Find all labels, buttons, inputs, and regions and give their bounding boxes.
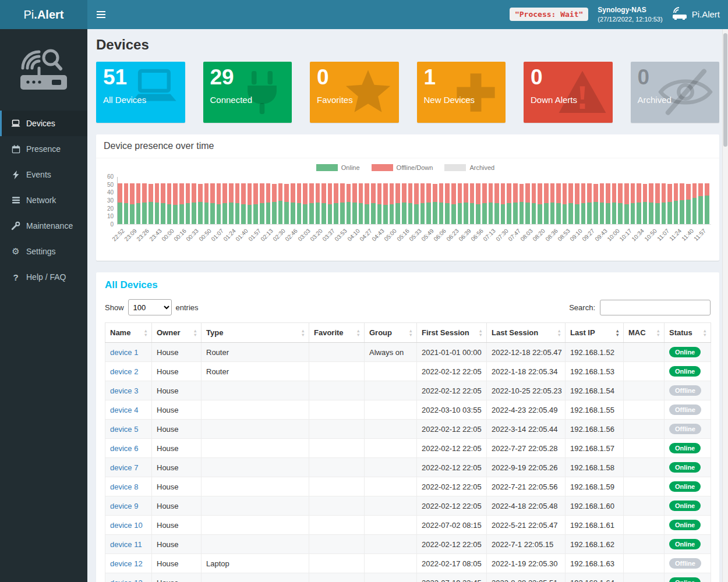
box-label: Favorites [310, 90, 399, 105]
bar-offline-segment [284, 184, 289, 202]
bar-online-segment [204, 203, 209, 224]
sidebar-item-help[interactable]: ? Help / FAQ [0, 264, 87, 290]
bar-offline-segment [347, 184, 351, 202]
bar-online-segment [309, 203, 314, 224]
table-cell-favorite [309, 554, 365, 573]
device-link[interactable]: device 10 [110, 521, 143, 530]
wrench-icon [10, 221, 21, 230]
table-cell-status: Online [665, 362, 711, 381]
column-header-group[interactable]: Group▲▼ [365, 323, 417, 343]
bar-offline-segment [248, 183, 252, 205]
chart-bar [525, 183, 530, 224]
table-cell-first-session: 2022-02-12 22:05 [417, 381, 487, 400]
column-header-status[interactable]: Status▲▼ [665, 323, 711, 343]
device-link[interactable]: device 4 [110, 406, 138, 414]
sidebar-item-maintenance[interactable]: Maintenance [0, 213, 87, 239]
device-link[interactable]: device 9 [110, 502, 138, 510]
column-header-favorite[interactable]: Favorite▲▼ [309, 323, 365, 343]
device-link[interactable]: device 1 [110, 348, 138, 357]
column-header-label: Favorite [314, 328, 344, 337]
device-link[interactable]: device 7 [110, 463, 138, 472]
device-link[interactable]: device 5 [110, 425, 138, 434]
column-header-mac[interactable]: MAC▲▼ [624, 323, 665, 343]
bar-online-segment [445, 203, 450, 224]
router-logo [0, 29, 87, 111]
sidebar-item-network[interactable]: Network [0, 187, 87, 213]
legend-item[interactable]: Archived [444, 164, 494, 171]
bar-offline-segment [266, 183, 271, 203]
bar-online-segment [426, 203, 431, 224]
sort-icon: ▲▼ [356, 328, 361, 336]
column-header-label: MAC [628, 328, 646, 337]
bar-offline-segment [229, 183, 234, 203]
presence-chart-panel: Device presence over time OnlineOffline/… [96, 134, 719, 261]
bar-offline-segment [458, 183, 462, 203]
bar-online-segment [674, 201, 678, 224]
chart-y-axis: 0102030405060 [100, 177, 117, 225]
bar-online-segment [563, 204, 567, 224]
sidebar-item-label: Settings [26, 247, 56, 256]
table-cell-status: Online [665, 496, 711, 516]
legend-item[interactable]: Offline/Down [372, 164, 433, 171]
device-link[interactable]: device 11 [110, 540, 142, 549]
laptop-icon [10, 119, 21, 127]
bar-online-segment [637, 203, 641, 224]
scrollbar[interactable] [722, 29, 728, 582]
bar-offline-segment [241, 183, 246, 204]
search-label: Search: [569, 303, 595, 312]
search-input[interactable] [600, 300, 711, 315]
bar-offline-segment [606, 183, 610, 203]
bar-offline-segment [297, 183, 302, 203]
sidebar-item-presence[interactable]: Presence [0, 136, 87, 162]
table-cell-favorite [309, 400, 365, 420]
device-link[interactable]: device 2 [110, 367, 138, 376]
column-header-type[interactable]: Type▲▼ [202, 323, 309, 343]
info-box-new-devices[interactable]: 1 New Devices [417, 62, 506, 123]
scrollbar-thumb[interactable] [723, 33, 727, 147]
info-box-archived[interactable]: 0 Archived [631, 62, 720, 123]
bar-offline-segment [278, 183, 283, 201]
app-logo[interactable]: Pi.Alert [0, 0, 87, 29]
table-cell-type: Laptop [202, 554, 309, 573]
brand-link[interactable]: Pi.Alert [672, 6, 720, 22]
sidebar-item-devices[interactable]: Devices [0, 111, 87, 136]
hamburger-icon[interactable] [87, 0, 114, 29]
bar-offline-segment [210, 183, 215, 203]
bar-offline-segment [130, 183, 135, 204]
bar-offline-segment [272, 184, 277, 202]
column-header-last-ip[interactable]: Last IP▲▼ [566, 323, 624, 343]
chart-bar [309, 183, 314, 224]
legend-item[interactable]: Online [316, 164, 360, 171]
column-header-label: Owner [157, 328, 180, 337]
table-cell-last-session: 2022-9-19 22:05.26 [487, 458, 566, 477]
sidebar-item-events[interactable]: Events [0, 162, 87, 187]
table-cell-last-ip: 192.168.1.64 [566, 573, 624, 582]
column-header-owner[interactable]: Owner▲▼ [152, 323, 202, 343]
chart-bar [600, 183, 605, 224]
table-cell-mac [624, 535, 665, 554]
column-header-last-session[interactable]: Last Session▲▼ [487, 323, 566, 343]
bar-offline-segment [192, 183, 196, 203]
chart-bar [612, 183, 617, 224]
info-box-favorites[interactable]: 0 Favorites [310, 62, 399, 123]
entries-select[interactable]: 100 [128, 299, 172, 315]
bar-online-segment [643, 202, 648, 224]
bar-offline-segment [260, 183, 264, 203]
info-box-all-devices[interactable]: 51 All Devices [96, 62, 185, 123]
device-link[interactable]: device 12 [110, 559, 143, 568]
chart-bar [624, 183, 629, 224]
device-link[interactable]: device 13 [110, 579, 143, 582]
chart-bar [637, 183, 641, 224]
column-header-name[interactable]: Name▲▼ [105, 323, 152, 343]
bar-online-segment [217, 204, 221, 224]
sidebar-item-settings[interactable]: ⚙ Settings [0, 239, 87, 264]
device-link[interactable]: device 6 [110, 444, 138, 453]
device-link[interactable]: device 3 [110, 386, 138, 395]
info-box-down-alerts[interactable]: 0 Down Alerts [524, 62, 613, 123]
info-box-connected[interactable]: 29 Connected [203, 62, 292, 123]
column-header-first-session[interactable]: First Session▲▼ [417, 323, 487, 343]
device-link[interactable]: device 8 [110, 482, 138, 491]
table-cell-favorite [309, 516, 365, 535]
bar-offline-segment [581, 183, 586, 203]
bar-online-segment [550, 203, 555, 224]
